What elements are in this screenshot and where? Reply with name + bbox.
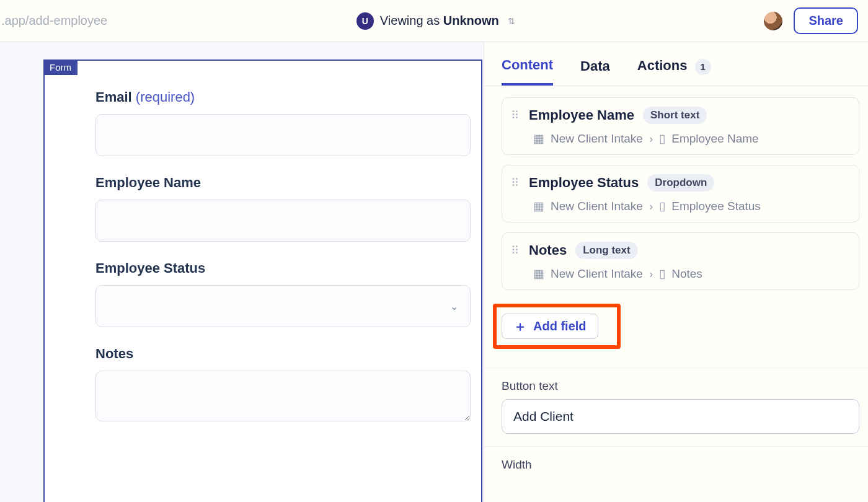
source-table: New Client Intake xyxy=(551,267,643,281)
source-column: Notes xyxy=(671,267,702,281)
column-icon: ▯ xyxy=(659,266,665,281)
plus-icon: ＋ xyxy=(513,320,527,333)
required-text: (required) xyxy=(136,89,195,105)
field-card-notes[interactable]: ⠿ Notes Long text ▦ New Client Intake › … xyxy=(502,232,859,290)
field-card-header: ⠿ Notes Long text xyxy=(511,242,850,259)
email-input[interactable] xyxy=(95,114,471,156)
tab-actions[interactable]: Actions 1 xyxy=(637,58,711,85)
field-card-header: ⠿ Employee Name Short text xyxy=(511,107,850,124)
canvas: Form Email (required) Employee Name Empl… xyxy=(0,42,484,502)
viewing-as-name: Unknown xyxy=(443,14,499,27)
panel-body: ⠿ Employee Name Short text ▦ New Client … xyxy=(484,86,868,490)
field-label: Email (required) xyxy=(95,89,456,105)
table-icon: ▦ xyxy=(533,131,544,146)
field-card-name: Employee Name xyxy=(529,107,634,123)
field-card-employee-name[interactable]: ⠿ Employee Name Short text ▦ New Client … xyxy=(502,97,859,155)
form-field-email: Email (required) xyxy=(95,89,456,156)
field-label-text: Email xyxy=(95,89,132,105)
drag-handle-icon[interactable]: ⠿ xyxy=(511,244,520,257)
tab-data[interactable]: Data xyxy=(580,58,610,84)
table-icon: ▦ xyxy=(533,266,544,281)
divider xyxy=(484,446,868,447)
drag-handle-icon[interactable]: ⠿ xyxy=(511,176,520,190)
side-panel: Content Data Actions 1 ⠿ Employee Name S… xyxy=(484,42,868,502)
form-field-employee-name: Employee Name xyxy=(95,175,456,242)
column-icon: ▯ xyxy=(659,199,665,213)
viewer-badge: U xyxy=(356,12,374,30)
viewing-as-prefix: Viewing as xyxy=(380,14,443,27)
add-field-button[interactable]: ＋ Add field xyxy=(502,314,598,339)
button-text-label: Button text xyxy=(502,379,859,393)
divider xyxy=(484,368,868,368)
notes-textarea[interactable] xyxy=(95,371,471,421)
tab-actions-label: Actions xyxy=(637,58,688,73)
top-bar: .app/add-employee U Viewing as Unknown ⇅… xyxy=(0,0,868,42)
field-type-pill: Long text xyxy=(575,242,638,259)
viewing-as-label: Viewing as Unknown xyxy=(380,14,499,28)
source-column: Employee Status xyxy=(671,200,761,213)
form-field-notes: Notes xyxy=(95,346,456,424)
column-icon: ▯ xyxy=(659,131,665,146)
field-card-name: Notes xyxy=(529,242,567,258)
avatar[interactable] xyxy=(764,12,782,30)
source-table: New Client Intake xyxy=(551,132,643,146)
panel-tabs: Content Data Actions 1 xyxy=(484,42,868,86)
field-card-name: Employee Status xyxy=(529,175,639,191)
field-card-employee-status[interactable]: ⠿ Employee Status Dropdown ▦ New Client … xyxy=(502,165,859,222)
field-type-pill: Short text xyxy=(643,107,707,124)
table-icon: ▦ xyxy=(533,199,544,213)
field-card-header: ⠿ Employee Status Dropdown xyxy=(511,174,850,192)
actions-count-badge: 1 xyxy=(695,59,711,75)
add-field-label: Add field xyxy=(533,319,587,333)
tab-content[interactable]: Content xyxy=(502,57,553,86)
field-card-source: ▦ New Client Intake › ▯ Employee Name xyxy=(533,131,850,146)
source-column: Employee Name xyxy=(671,132,758,146)
button-text-input[interactable] xyxy=(502,399,859,434)
updown-icon[interactable]: ⇅ xyxy=(508,16,515,26)
field-card-source: ▦ New Client Intake › ▯ Notes xyxy=(533,266,850,281)
employee-status-select[interactable] xyxy=(95,285,471,327)
width-label: Width xyxy=(502,458,859,472)
form-tag[interactable]: Form xyxy=(43,59,78,75)
form-frame[interactable]: Email (required) Employee Name Employee … xyxy=(43,59,482,502)
chevron-right-icon: › xyxy=(649,132,653,146)
field-card-source: ▦ New Client Intake › ▯ Employee Status xyxy=(533,199,850,213)
drag-handle-icon[interactable]: ⠿ xyxy=(511,108,520,122)
url-path: .app/add-employee xyxy=(0,14,107,28)
form-field-employee-status: Employee Status ⌄ xyxy=(95,260,456,327)
source-table: New Client Intake xyxy=(551,200,643,213)
field-label: Employee Status xyxy=(95,260,456,276)
field-label: Employee Name xyxy=(95,175,456,191)
employee-name-input[interactable] xyxy=(95,200,471,242)
viewing-as-group[interactable]: U Viewing as Unknown ⇅ xyxy=(107,12,764,30)
field-label: Notes xyxy=(95,346,456,362)
main: Form Email (required) Employee Name Empl… xyxy=(0,42,868,502)
share-button[interactable]: Share xyxy=(794,7,858,34)
chevron-right-icon: › xyxy=(649,200,653,213)
select-wrap: ⌄ xyxy=(95,285,471,327)
chevron-right-icon: › xyxy=(649,267,653,281)
add-field-highlight: ＋ Add field xyxy=(493,304,621,349)
field-type-pill: Dropdown xyxy=(647,174,714,192)
